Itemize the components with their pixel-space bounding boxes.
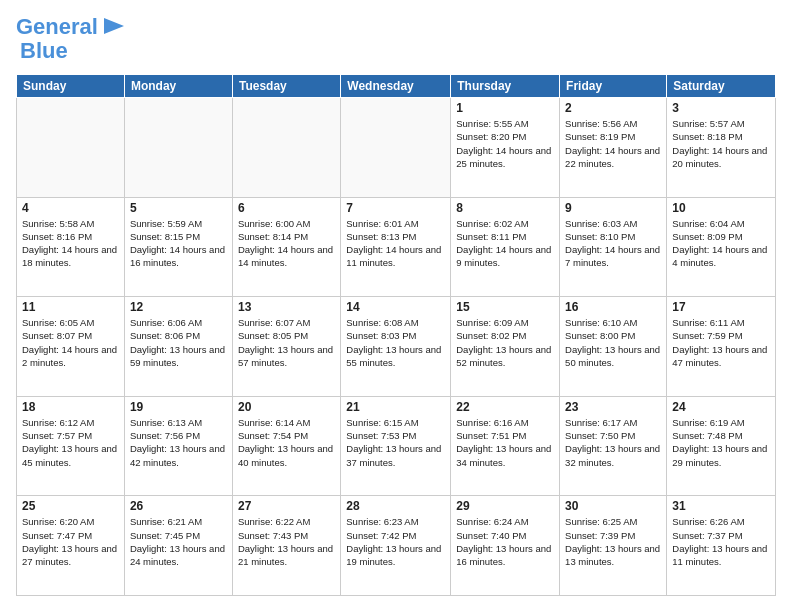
calendar-cell: 29Sunrise: 6:24 AM Sunset: 7:40 PM Dayli… (451, 496, 560, 596)
calendar-cell: 10Sunrise: 6:04 AM Sunset: 8:09 PM Dayli… (667, 197, 776, 297)
calendar-week-1: 1Sunrise: 5:55 AM Sunset: 8:20 PM Daylig… (17, 98, 776, 198)
day-info: Sunrise: 6:16 AM Sunset: 7:51 PM Dayligh… (456, 416, 554, 469)
calendar-cell (341, 98, 451, 198)
day-info: Sunrise: 5:58 AM Sunset: 8:16 PM Dayligh… (22, 217, 119, 270)
day-number: 21 (346, 400, 445, 414)
day-number: 27 (238, 499, 335, 513)
calendar-header-row: SundayMondayTuesdayWednesdayThursdayFrid… (17, 75, 776, 98)
day-info: Sunrise: 6:02 AM Sunset: 8:11 PM Dayligh… (456, 217, 554, 270)
calendar-cell: 6Sunrise: 6:00 AM Sunset: 8:14 PM Daylig… (232, 197, 340, 297)
header: General Blue (16, 16, 776, 64)
day-number: 30 (565, 499, 661, 513)
calendar-cell: 7Sunrise: 6:01 AM Sunset: 8:13 PM Daylig… (341, 197, 451, 297)
calendar-cell: 30Sunrise: 6:25 AM Sunset: 7:39 PM Dayli… (560, 496, 667, 596)
day-info: Sunrise: 6:03 AM Sunset: 8:10 PM Dayligh… (565, 217, 661, 270)
calendar-cell: 23Sunrise: 6:17 AM Sunset: 7:50 PM Dayli… (560, 396, 667, 496)
logo-blue: Blue (20, 38, 68, 63)
day-info: Sunrise: 6:13 AM Sunset: 7:56 PM Dayligh… (130, 416, 227, 469)
day-number: 1 (456, 101, 554, 115)
day-number: 6 (238, 201, 335, 215)
day-header-monday: Monday (124, 75, 232, 98)
calendar-cell: 21Sunrise: 6:15 AM Sunset: 7:53 PM Dayli… (341, 396, 451, 496)
calendar-cell: 12Sunrise: 6:06 AM Sunset: 8:06 PM Dayli… (124, 297, 232, 397)
calendar-week-4: 18Sunrise: 6:12 AM Sunset: 7:57 PM Dayli… (17, 396, 776, 496)
day-number: 24 (672, 400, 770, 414)
day-info: Sunrise: 6:08 AM Sunset: 8:03 PM Dayligh… (346, 316, 445, 369)
day-info: Sunrise: 6:15 AM Sunset: 7:53 PM Dayligh… (346, 416, 445, 469)
day-info: Sunrise: 6:21 AM Sunset: 7:45 PM Dayligh… (130, 515, 227, 568)
day-number: 18 (22, 400, 119, 414)
day-info: Sunrise: 6:22 AM Sunset: 7:43 PM Dayligh… (238, 515, 335, 568)
day-info: Sunrise: 6:00 AM Sunset: 8:14 PM Dayligh… (238, 217, 335, 270)
day-info: Sunrise: 5:55 AM Sunset: 8:20 PM Dayligh… (456, 117, 554, 170)
day-number: 11 (22, 300, 119, 314)
calendar-cell: 16Sunrise: 6:10 AM Sunset: 8:00 PM Dayli… (560, 297, 667, 397)
day-number: 25 (22, 499, 119, 513)
day-header-thursday: Thursday (451, 75, 560, 98)
day-header-friday: Friday (560, 75, 667, 98)
calendar-cell: 31Sunrise: 6:26 AM Sunset: 7:37 PM Dayli… (667, 496, 776, 596)
day-number: 23 (565, 400, 661, 414)
calendar-cell (232, 98, 340, 198)
day-header-sunday: Sunday (17, 75, 125, 98)
calendar-cell: 9Sunrise: 6:03 AM Sunset: 8:10 PM Daylig… (560, 197, 667, 297)
calendar-cell: 3Sunrise: 5:57 AM Sunset: 8:18 PM Daylig… (667, 98, 776, 198)
logo: General Blue (16, 16, 128, 64)
calendar-cell: 17Sunrise: 6:11 AM Sunset: 7:59 PM Dayli… (667, 297, 776, 397)
calendar-cell: 28Sunrise: 6:23 AM Sunset: 7:42 PM Dayli… (341, 496, 451, 596)
day-number: 29 (456, 499, 554, 513)
calendar-cell: 22Sunrise: 6:16 AM Sunset: 7:51 PM Dayli… (451, 396, 560, 496)
calendar-week-3: 11Sunrise: 6:05 AM Sunset: 8:07 PM Dayli… (17, 297, 776, 397)
calendar-cell: 20Sunrise: 6:14 AM Sunset: 7:54 PM Dayli… (232, 396, 340, 496)
calendar-cell: 11Sunrise: 6:05 AM Sunset: 8:07 PM Dayli… (17, 297, 125, 397)
day-header-wednesday: Wednesday (341, 75, 451, 98)
calendar-cell: 13Sunrise: 6:07 AM Sunset: 8:05 PM Dayli… (232, 297, 340, 397)
day-header-tuesday: Tuesday (232, 75, 340, 98)
day-number: 20 (238, 400, 335, 414)
calendar-cell: 18Sunrise: 6:12 AM Sunset: 7:57 PM Dayli… (17, 396, 125, 496)
calendar-cell: 15Sunrise: 6:09 AM Sunset: 8:02 PM Dayli… (451, 297, 560, 397)
day-number: 8 (456, 201, 554, 215)
day-info: Sunrise: 5:57 AM Sunset: 8:18 PM Dayligh… (672, 117, 770, 170)
day-info: Sunrise: 6:20 AM Sunset: 7:47 PM Dayligh… (22, 515, 119, 568)
day-number: 13 (238, 300, 335, 314)
day-number: 7 (346, 201, 445, 215)
day-number: 26 (130, 499, 227, 513)
day-number: 14 (346, 300, 445, 314)
day-info: Sunrise: 6:01 AM Sunset: 8:13 PM Dayligh… (346, 217, 445, 270)
day-info: Sunrise: 6:05 AM Sunset: 8:07 PM Dayligh… (22, 316, 119, 369)
day-info: Sunrise: 6:06 AM Sunset: 8:06 PM Dayligh… (130, 316, 227, 369)
day-number: 3 (672, 101, 770, 115)
day-number: 15 (456, 300, 554, 314)
page: General Blue SundayMondayTuesdayWednesda… (0, 0, 792, 612)
day-info: Sunrise: 6:24 AM Sunset: 7:40 PM Dayligh… (456, 515, 554, 568)
day-info: Sunrise: 6:04 AM Sunset: 8:09 PM Dayligh… (672, 217, 770, 270)
day-info: Sunrise: 6:07 AM Sunset: 8:05 PM Dayligh… (238, 316, 335, 369)
day-header-saturday: Saturday (667, 75, 776, 98)
day-info: Sunrise: 5:59 AM Sunset: 8:15 PM Dayligh… (130, 217, 227, 270)
day-number: 28 (346, 499, 445, 513)
calendar-cell (124, 98, 232, 198)
calendar-cell: 8Sunrise: 6:02 AM Sunset: 8:11 PM Daylig… (451, 197, 560, 297)
calendar-cell: 4Sunrise: 5:58 AM Sunset: 8:16 PM Daylig… (17, 197, 125, 297)
day-info: Sunrise: 6:12 AM Sunset: 7:57 PM Dayligh… (22, 416, 119, 469)
day-number: 4 (22, 201, 119, 215)
calendar-cell: 19Sunrise: 6:13 AM Sunset: 7:56 PM Dayli… (124, 396, 232, 496)
day-info: Sunrise: 6:10 AM Sunset: 8:00 PM Dayligh… (565, 316, 661, 369)
day-info: Sunrise: 5:56 AM Sunset: 8:19 PM Dayligh… (565, 117, 661, 170)
calendar-cell: 24Sunrise: 6:19 AM Sunset: 7:48 PM Dayli… (667, 396, 776, 496)
day-number: 12 (130, 300, 227, 314)
day-number: 16 (565, 300, 661, 314)
calendar-cell (17, 98, 125, 198)
calendar: SundayMondayTuesdayWednesdayThursdayFrid… (16, 74, 776, 596)
day-info: Sunrise: 6:25 AM Sunset: 7:39 PM Dayligh… (565, 515, 661, 568)
day-number: 5 (130, 201, 227, 215)
calendar-cell: 25Sunrise: 6:20 AM Sunset: 7:47 PM Dayli… (17, 496, 125, 596)
calendar-week-2: 4Sunrise: 5:58 AM Sunset: 8:16 PM Daylig… (17, 197, 776, 297)
day-info: Sunrise: 6:26 AM Sunset: 7:37 PM Dayligh… (672, 515, 770, 568)
day-number: 31 (672, 499, 770, 513)
day-number: 2 (565, 101, 661, 115)
svg-marker-0 (104, 18, 124, 34)
calendar-cell: 2Sunrise: 5:56 AM Sunset: 8:19 PM Daylig… (560, 98, 667, 198)
calendar-cell: 27Sunrise: 6:22 AM Sunset: 7:43 PM Dayli… (232, 496, 340, 596)
